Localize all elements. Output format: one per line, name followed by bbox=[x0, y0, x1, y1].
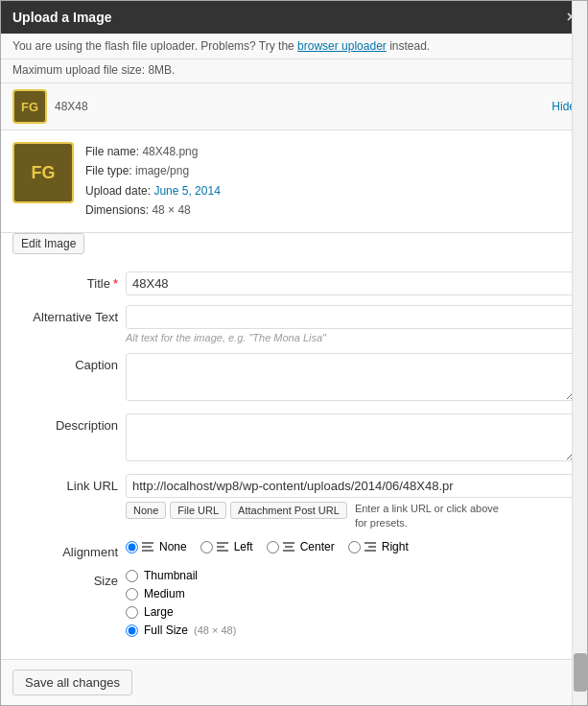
upload-notice-text-before: You are using the flash file uploader. P… bbox=[12, 39, 297, 53]
file-badge-small: FG bbox=[12, 89, 47, 124]
modal-container: Upload a Image × You are using the flash… bbox=[0, 0, 588, 706]
preset-file-url-button[interactable]: File URL bbox=[170, 502, 226, 519]
preset-hint: Enter a link URL or click above for pres… bbox=[355, 502, 508, 531]
required-star: * bbox=[113, 276, 118, 291]
modal-footer: Save all changes bbox=[1, 659, 587, 705]
align-right-label: Right bbox=[382, 540, 409, 553]
file-type-row: File type: image/png bbox=[85, 161, 576, 180]
size-large-radio[interactable] bbox=[126, 606, 138, 619]
scrollbar-thumb[interactable] bbox=[574, 653, 587, 692]
description-row: Description bbox=[12, 413, 576, 464]
size-row: Size Thumbnail Medium bbox=[12, 569, 576, 637]
file-entry-name: 48X48 bbox=[55, 100, 88, 113]
title-field bbox=[126, 271, 576, 295]
upload-date-value: June 5, 2014 bbox=[153, 184, 220, 198]
size-medium-label: Medium bbox=[144, 587, 185, 600]
align-left-option[interactable]: Left bbox=[200, 540, 253, 553]
modal-body: You are using the flash file uploader. P… bbox=[1, 34, 587, 659]
size-full-label: Full Size bbox=[144, 624, 188, 637]
size-large-option[interactable]: Large bbox=[126, 605, 576, 619]
link-presets: None File URL Attachment Post URL Enter … bbox=[126, 502, 576, 531]
alignment-field: None Left bbox=[126, 540, 576, 553]
caption-field bbox=[126, 353, 576, 404]
alt-text-label: Alternative Text bbox=[12, 305, 118, 324]
modal-title: Upload a Image bbox=[12, 10, 111, 25]
modal-header: Upload a Image × bbox=[1, 1, 587, 34]
align-center-radio[interactable] bbox=[267, 541, 279, 553]
align-none-radio[interactable] bbox=[126, 541, 138, 553]
align-right-option[interactable]: Right bbox=[348, 540, 409, 553]
image-info-section: FG File name: 48X48.png File type: image… bbox=[1, 130, 587, 233]
upload-notice: You are using the flash file uploader. P… bbox=[1, 34, 587, 59]
file-name-row: File name: 48X48.png bbox=[85, 142, 576, 161]
alt-text-field: Alt text for the image, e.g. "The Mona L… bbox=[126, 305, 576, 343]
link-url-input[interactable] bbox=[126, 474, 576, 498]
dimensions-row: Dimensions: 48 × 48 bbox=[85, 200, 576, 220]
link-url-row: Link URL None File URL Attachment Post U… bbox=[12, 474, 576, 531]
alt-text-hint: Alt text for the image, e.g. "The Mona L… bbox=[126, 332, 576, 343]
size-large-label: Large bbox=[144, 605, 174, 619]
size-medium-radio[interactable] bbox=[126, 588, 138, 600]
alt-text-row: Alternative Text Alt text for the image,… bbox=[12, 305, 576, 343]
save-all-changes-button[interactable]: Save all changes bbox=[12, 670, 132, 695]
size-thumbnail-label: Thumbnail bbox=[144, 569, 198, 582]
alignment-row: Alignment None bbox=[12, 540, 576, 559]
title-label: Title* bbox=[12, 271, 118, 291]
description-input[interactable] bbox=[126, 413, 576, 461]
alignment-group: None Left bbox=[126, 540, 576, 553]
alt-text-input[interactable] bbox=[126, 305, 576, 329]
size-field: Thumbnail Medium Large Full Size bbox=[126, 569, 576, 637]
edit-image-btn-area: Edit Image bbox=[1, 233, 587, 264]
image-thumb: FG bbox=[12, 142, 74, 203]
size-full-hint: (48 × 48) bbox=[194, 624, 236, 636]
caption-row: Caption bbox=[12, 353, 576, 404]
browser-uploader-link[interactable]: browser uploader bbox=[297, 39, 387, 53]
link-url-field: None File URL Attachment Post URL Enter … bbox=[126, 474, 576, 531]
scrollbar-track[interactable] bbox=[572, 1, 587, 705]
description-label: Description bbox=[12, 413, 118, 433]
align-none-option[interactable]: None bbox=[126, 540, 187, 553]
size-full-radio[interactable] bbox=[126, 624, 138, 637]
align-right-radio[interactable] bbox=[348, 541, 361, 553]
size-label: Size bbox=[12, 569, 118, 588]
align-center-option[interactable]: Center bbox=[267, 540, 335, 553]
align-center-label: Center bbox=[300, 540, 335, 553]
upload-notice-text-after: instead. bbox=[387, 39, 430, 53]
size-full-option[interactable]: Full Size (48 × 48) bbox=[126, 624, 576, 637]
file-entry-row: FG 48X48 Hide bbox=[1, 83, 587, 130]
link-url-label: Link URL bbox=[12, 474, 118, 493]
description-field bbox=[126, 413, 576, 464]
preset-none-button[interactable]: None bbox=[126, 502, 166, 519]
size-group: Thumbnail Medium Large Full Size bbox=[126, 569, 576, 637]
caption-input[interactable] bbox=[126, 353, 576, 401]
size-thumbnail-radio[interactable] bbox=[126, 570, 138, 582]
align-left-radio[interactable] bbox=[200, 541, 213, 553]
align-none-label: None bbox=[159, 540, 187, 553]
upload-date-row: Upload date: June 5, 2014 bbox=[85, 181, 576, 200]
preset-attachment-button[interactable]: Attachment Post URL bbox=[230, 502, 347, 519]
size-medium-option[interactable]: Medium bbox=[126, 587, 576, 600]
alignment-label: Alignment bbox=[12, 540, 118, 559]
title-input[interactable] bbox=[126, 271, 576, 295]
edit-image-button[interactable]: Edit Image bbox=[12, 233, 84, 254]
align-left-label: Left bbox=[234, 540, 253, 553]
caption-label: Caption bbox=[12, 353, 118, 372]
file-size-notice: Maximum upload file size: 8MB. bbox=[1, 59, 587, 83]
size-thumbnail-option[interactable]: Thumbnail bbox=[126, 569, 576, 582]
title-row: Title* bbox=[12, 271, 576, 295]
form-section: Title* Alternative Text Alt text for the… bbox=[1, 264, 587, 655]
image-meta: File name: 48X48.png File type: image/pn… bbox=[85, 142, 576, 221]
